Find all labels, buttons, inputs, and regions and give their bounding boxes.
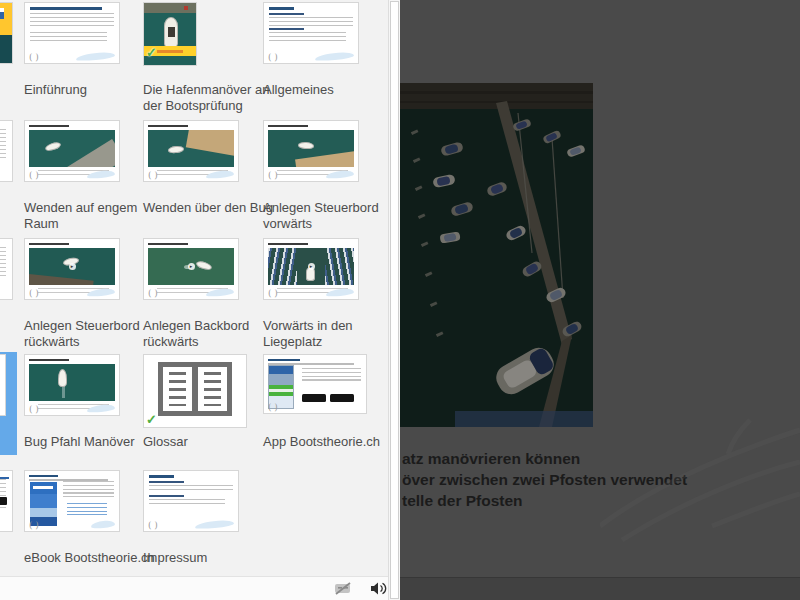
decor <box>168 27 175 37</box>
slide-thumbnail-partial[interactable] <box>0 354 6 416</box>
decor <box>149 499 225 507</box>
decor <box>157 50 183 53</box>
menu-item-hafenmanoever[interactable]: ✓ Die Hafenmanöver an der Bootsprüfung <box>143 2 277 66</box>
decor <box>29 243 69 245</box>
menu-item-ebook[interactable]: eBook Bootstheorie.ch <box>24 470 158 532</box>
slide-thumbnail[interactable] <box>24 470 120 532</box>
decor <box>148 125 188 127</box>
slide-thumbnail[interactable]: ✓ <box>143 2 197 66</box>
menu-item-label: eBook Bootstheorie.ch <box>24 550 158 566</box>
slide-thumbnail[interactable] <box>24 2 120 64</box>
video-still <box>268 130 354 167</box>
volume-on-icon[interactable] <box>370 581 390 596</box>
menu-item-anlegen-steuerbord-vorwaerts[interactable]: Anlegen Steuerbord vorwärts <box>263 120 397 182</box>
video-still <box>29 130 115 167</box>
menu-item-bug-pfahl-manoever[interactable]: Bug Pfahl Manöver <box>24 354 158 416</box>
boat-decor <box>298 141 314 149</box>
slide-thumbnail[interactable] <box>263 2 359 64</box>
app-badge-decor <box>0 497 7 505</box>
google-play-badge <box>330 394 354 402</box>
boat-watermark <box>600 418 800 563</box>
marina-photo-graphic <box>400 83 593 427</box>
decor <box>90 520 115 529</box>
completed-check-icon: ✓ <box>146 413 157 426</box>
decor <box>184 6 188 10</box>
menu-item-label: Vorwärts in den Liegeplatz <box>263 318 397 350</box>
menu-item-label: Allgemeines <box>263 82 397 98</box>
decor <box>269 7 294 10</box>
menu-item-label: Impressum <box>143 550 277 566</box>
slide-thumbnail[interactable] <box>24 354 120 416</box>
scrollbar-thumb[interactable] <box>390 1 399 599</box>
decor <box>149 485 233 493</box>
menu-item-label: Bug Pfahl Manöver <box>24 434 158 450</box>
menu-item-einfuehrung[interactable]: Einführung <box>24 2 158 64</box>
boat-decor <box>58 369 67 387</box>
video-still <box>148 248 234 285</box>
menu-item-wenden-ueber-bug[interactable]: Wenden über den Bug <box>143 120 277 182</box>
slide-thumbnail[interactable] <box>263 354 367 414</box>
decor <box>0 247 6 277</box>
dimmed-player-bar <box>400 577 800 600</box>
menu-item-allgemeines[interactable]: Allgemeines <box>263 2 397 64</box>
slide-thumbnail-partial[interactable] <box>0 238 13 300</box>
decor <box>268 243 308 245</box>
decor <box>302 368 361 382</box>
decor <box>62 385 65 398</box>
slide-thumbnail-partial-cover[interactable] <box>0 2 13 64</box>
player-bar <box>0 576 388 600</box>
decor <box>148 171 158 180</box>
app-store-badge <box>302 394 326 402</box>
slide-thumbnail[interactable] <box>263 238 359 300</box>
slide-thumbnail[interactable] <box>143 120 239 182</box>
menu-item-label: Anlegen Steuerbord rückwärts <box>24 318 158 350</box>
logo-icon <box>0 8 4 19</box>
video-still <box>268 248 354 285</box>
decor <box>268 248 297 285</box>
slide-thumbnail[interactable] <box>263 120 359 182</box>
slide-thumbnail-partial[interactable] <box>0 470 13 532</box>
decor <box>198 367 227 411</box>
decor <box>29 171 39 180</box>
decor <box>148 521 158 530</box>
menu-item-label: Wenden auf engem Raum <box>24 200 158 232</box>
slide-thumbnail[interactable] <box>143 238 239 300</box>
slide-thumbnail-partial[interactable] <box>0 120 13 182</box>
menu-item-anlegen-backbord-rueckwaerts[interactable]: Anlegen Backbord rückwärts <box>143 238 277 300</box>
menu-item-impressum[interactable]: Impressum <box>143 470 277 532</box>
menu-item-glossar[interactable]: ✓ Glossar <box>143 354 277 428</box>
video-still <box>148 130 234 167</box>
decor <box>295 151 354 167</box>
menu-item-app[interactable]: App Bootstheorie.ch <box>263 354 397 414</box>
menu-item-selected-partial[interactable] <box>0 352 17 455</box>
menu-item-anlegen-steuerbord-rueckwaerts[interactable]: Anlegen Steuerbord rückwärts <box>24 238 158 300</box>
menu-item-vorwaerts-liegeplatz[interactable]: Vorwärts in den Liegeplatz <box>263 238 397 300</box>
decor <box>29 289 39 298</box>
slide-thumbnail[interactable] <box>24 238 120 300</box>
app-store-badges <box>302 388 358 406</box>
menu-item-label: Die Hafenmanöver an der Bootsprüfung <box>143 82 277 114</box>
decor <box>163 367 192 411</box>
captions-off-icon[interactable] <box>333 581 353 596</box>
book-icon <box>158 362 232 416</box>
decor <box>149 481 184 483</box>
slide-thumbnail[interactable] <box>24 120 120 182</box>
decor <box>314 51 354 61</box>
decor <box>268 171 278 180</box>
decor <box>0 477 9 479</box>
app-window: atz manövrieren können över zwischen zwe… <box>0 0 800 600</box>
decor <box>29 521 39 530</box>
slide-thumbnail[interactable]: ✓ <box>143 354 247 428</box>
menu-scrollbar[interactable] <box>388 0 400 600</box>
decor <box>30 32 107 44</box>
menu-item-label: Glossar <box>143 434 277 450</box>
decor <box>149 495 184 497</box>
course-menu-panel: Einführung ✓ Die Hafenmanöver an der Boo… <box>0 0 400 600</box>
decor <box>29 405 39 414</box>
menu-item-wenden-engem-raum[interactable]: Wenden auf engem Raum <box>24 120 158 182</box>
decor <box>29 53 39 62</box>
slide-thumbnail[interactable] <box>143 470 239 532</box>
decor <box>325 248 354 285</box>
decor <box>194 519 234 529</box>
play-icon <box>69 263 76 270</box>
